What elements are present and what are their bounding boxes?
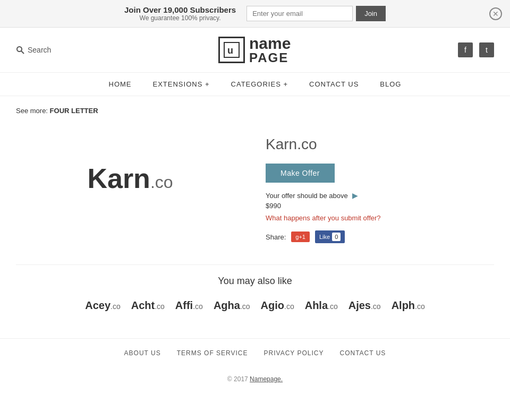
also-like-section: You may also like Acey.coAcht.coAffi.coA… — [16, 276, 494, 312]
footer-copyright: © 2017 Namepage. — [0, 367, 510, 391]
nav-categories[interactable]: CATEGORIES + — [231, 80, 288, 88]
also-like-tld: .co — [110, 302, 121, 311]
google-plus-button[interactable]: g+1 — [291, 232, 310, 242]
section-divider — [16, 264, 494, 265]
also-like-item[interactable]: Acht.co — [131, 299, 165, 312]
fb-like-label: Like — [319, 234, 330, 240]
also-like-name: Agha — [214, 299, 240, 311]
also-like-tld: .co — [328, 302, 338, 311]
svg-line-1 — [21, 51, 24, 54]
footer-contact[interactable]: CONTACT US — [339, 349, 386, 357]
domain-details: Karn.co Make Offer Your offer should be … — [266, 131, 494, 243]
logo-name-part: name — [249, 36, 291, 52]
also-like-item[interactable]: Agha.co — [214, 299, 250, 312]
domain-logo-large: Karn.co — [16, 131, 244, 226]
also-like-title: You may also like — [16, 276, 494, 287]
also-like-name: Alph — [392, 299, 415, 311]
domain-tld-large: .co — [150, 173, 173, 192]
also-like-tld: .co — [240, 302, 250, 311]
also-like-tld: .co — [193, 302, 203, 311]
nav-contact[interactable]: CONTACT US — [309, 80, 359, 88]
also-like-tld: .co — [155, 302, 165, 311]
also-like-item[interactable]: Ahla.co — [305, 299, 338, 312]
svg-point-0 — [17, 47, 22, 52]
also-like-tld: .co — [284, 302, 294, 311]
footer-about[interactable]: ABOUT US — [124, 349, 161, 357]
logo-text: name PAGE — [249, 36, 291, 64]
share-row: Share: g+1 Like 0 — [266, 230, 494, 243]
footer-brand[interactable]: Namepage. — [250, 375, 283, 383]
fb-count: 0 — [332, 233, 341, 241]
see-more-prefix: See more: — [16, 107, 48, 115]
domain-name-large: Karn — [87, 163, 150, 194]
copyright-year: © 2017 — [227, 375, 248, 383]
also-like-item[interactable]: Affi.co — [175, 299, 203, 312]
also-like-grid: Acey.coAcht.coAffi.coAgha.coAgio.coAhla.… — [16, 299, 494, 312]
email-form: Join — [246, 6, 386, 21]
header: Search u name PAGE f t — [0, 28, 510, 73]
facebook-icon[interactable]: f — [458, 42, 473, 57]
join-button[interactable]: Join — [356, 6, 386, 21]
offer-hint-text: Your offer should be above — [266, 192, 348, 200]
offer-hint-row: Your offer should be above ▶ — [266, 191, 494, 200]
nav-blog[interactable]: BLOG — [380, 80, 401, 88]
share-label: Share: — [266, 233, 286, 241]
banner-headline: Join Over 19,000 Subscribers — [124, 5, 236, 14]
footer-links: ABOUT US TERMS OF SERVICE PRIVACY POLICY… — [0, 338, 510, 367]
svg-text:u: u — [227, 45, 233, 56]
email-input[interactable] — [246, 6, 353, 21]
domain-title: Karn.co — [266, 136, 494, 153]
top-banner: Join Over 19,000 Subscribers We guarante… — [0, 0, 510, 28]
search-label: Search — [28, 46, 51, 54]
also-like-name: Acey — [85, 299, 110, 311]
also-like-item[interactable]: Agio.co — [261, 299, 294, 312]
nav-home[interactable]: HOME — [109, 80, 132, 88]
close-banner-button[interactable]: ✕ — [489, 7, 502, 20]
logo-page-part: PAGE — [249, 52, 291, 64]
domain-area: Karn.co Karn.co Make Offer Your offer sh… — [16, 131, 494, 243]
banner-text: Join Over 19,000 Subscribers We guarante… — [124, 5, 236, 22]
main-content: See more: FOUR LETTER Karn.co Karn.co Ma… — [0, 96, 510, 338]
also-like-name: Agio — [261, 299, 284, 311]
search-trigger[interactable]: Search — [16, 46, 51, 54]
footer-terms[interactable]: TERMS OF SERVICE — [177, 349, 248, 357]
facebook-like-button[interactable]: Like 0 — [315, 230, 345, 243]
see-more-breadcrumb: See more: FOUR LETTER — [16, 107, 494, 115]
logo-icon-box: u — [218, 37, 245, 63]
nav-extensions[interactable]: EXTENSIONS + — [153, 80, 210, 88]
domain-logo-display: Karn.co — [87, 162, 173, 194]
also-like-name: Ajes — [348, 299, 371, 311]
also-like-item[interactable]: Alph.co — [392, 299, 425, 312]
banner-subline: We guarantee 100% privacy. — [124, 14, 236, 22]
social-icons: f t — [458, 42, 494, 57]
see-more-link[interactable]: FOUR LETTER — [50, 107, 98, 115]
logo-u-icon: u — [223, 41, 240, 58]
also-like-tld: .co — [415, 302, 425, 311]
also-like-item[interactable]: Ajes.co — [348, 299, 381, 312]
twitter-icon[interactable]: t — [479, 42, 494, 57]
logo[interactable]: u name PAGE — [218, 36, 291, 64]
what-happens-link[interactable]: What happens after you submit offer? — [266, 214, 494, 222]
main-nav: HOME EXTENSIONS + CATEGORIES + CONTACT U… — [0, 73, 510, 96]
also-like-name: Ahla — [305, 299, 328, 311]
make-offer-button[interactable]: Make Offer — [266, 164, 335, 183]
footer-privacy[interactable]: PRIVACY POLICY — [264, 349, 324, 357]
also-like-name: Affi — [175, 299, 193, 311]
search-icon — [16, 46, 24, 54]
arrow-right-icon: ▶ — [352, 191, 358, 200]
also-like-tld: .co — [371, 302, 381, 311]
also-like-name: Acht — [131, 299, 155, 311]
offer-price: $990 — [266, 202, 494, 210]
also-like-item[interactable]: Acey.co — [85, 299, 121, 312]
